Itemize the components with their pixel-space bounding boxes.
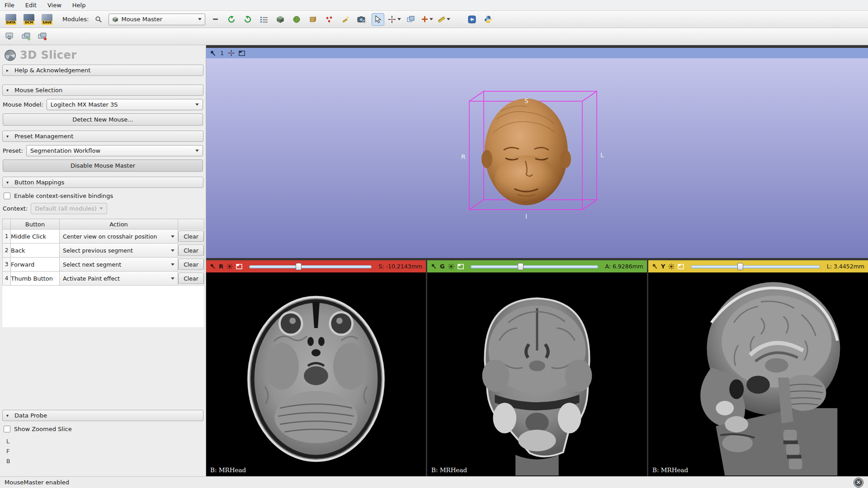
volume-rendering-button[interactable] <box>307 13 319 26</box>
section-mouse-selection[interactable]: ▾ Mouse Selection <box>2 84 203 96</box>
view-menu-icon[interactable] <box>236 264 242 269</box>
slider-handle[interactable] <box>737 263 743 270</box>
table-row: 2 Back Select previous segment Clear <box>3 244 204 258</box>
chevron-down-icon <box>171 263 175 266</box>
slice-view-row: R S: -10.2143mm <box>206 260 868 476</box>
module-search-button[interactable] <box>92 13 105 26</box>
save-button[interactable]: SAVE <box>40 12 54 27</box>
volumes-module-button[interactable] <box>290 13 303 26</box>
scene-view-capture-button[interactable] <box>20 30 33 43</box>
section-data-probe[interactable]: ▾ Data Probe <box>2 410 203 421</box>
section-label: Data Probe <box>14 412 47 419</box>
disable-mouse-master-button[interactable]: Disable Mouse Master <box>3 160 203 172</box>
green-slice-offset-slider[interactable] <box>471 263 599 270</box>
yellow-slice-offset-slider[interactable] <box>691 263 820 270</box>
yellow-slice-viewport[interactable]: B: MRHead <box>648 272 868 476</box>
show-zoomed-slice-checkbox[interactable] <box>4 426 10 432</box>
markups-module-button[interactable] <box>323 13 335 26</box>
clear-label: Clear <box>184 233 198 240</box>
slider-track <box>249 265 372 268</box>
detect-new-mouse-button[interactable]: Detect New Mouse... <box>3 113 203 126</box>
capture-toolbar <box>0 28 868 45</box>
pin-icon[interactable] <box>210 263 216 269</box>
slice-visibility-icon[interactable] <box>226 263 233 270</box>
viewer-area: 1 <box>206 45 868 476</box>
data-probe-layers: L F B <box>6 438 199 465</box>
row-action-select[interactable]: Select next segment <box>60 258 178 271</box>
row-action-select[interactable]: Select previous segment <box>60 244 178 257</box>
row-action-select[interactable]: Center view on crosshair position <box>60 230 178 243</box>
chevron-down-icon <box>99 207 103 210</box>
clear-button[interactable]: Clear <box>178 258 204 270</box>
menu-edit[interactable]: Edit <box>25 2 37 9</box>
section-preset-management[interactable]: ▾ Preset Management <box>2 131 203 142</box>
module-list-button[interactable] <box>258 13 270 26</box>
red-slice-offset-slider[interactable] <box>249 263 372 270</box>
row-button-name: Middle Click <box>11 230 60 244</box>
module-pin-button[interactable] <box>209 13 222 26</box>
clear-button[interactable]: Clear <box>178 272 204 284</box>
slice-visibility-icon[interactable] <box>448 263 454 270</box>
pin-icon[interactable] <box>652 263 658 269</box>
data-module-button[interactable] <box>274 13 287 26</box>
table-row: 3 Forward Select next segment Clear <box>3 258 204 272</box>
context-value: Default (all modules) <box>35 205 97 212</box>
menu-help[interactable]: Help <box>72 2 86 9</box>
module-selector[interactable]: Mouse Master <box>108 14 205 25</box>
threed-viewport[interactable]: S R L I <box>206 58 868 258</box>
row-action-select[interactable]: Activate Paint effect <box>60 272 178 285</box>
menu-view[interactable]: View <box>47 2 61 9</box>
collapse-down-icon: ▾ <box>6 413 11 418</box>
slider-handle[interactable] <box>518 263 524 270</box>
scene-views-restore-icon <box>38 33 47 41</box>
context-sensitive-checkbox[interactable] <box>4 192 10 199</box>
module-history-forward-button[interactable] <box>241 13 254 26</box>
place-point-button[interactable] <box>421 13 434 26</box>
annotate-module-button[interactable] <box>339 13 352 26</box>
cube-icon <box>276 15 284 23</box>
scene-view-restore-button[interactable] <box>36 30 49 43</box>
crosshair-icon[interactable] <box>228 50 235 56</box>
plus-icon <box>421 16 428 23</box>
dicom-button[interactable]: DCM <box>22 12 36 27</box>
section-help-acknowledgement[interactable]: ▸ Help & Acknowledgement <box>2 65 203 76</box>
slice-visibility-icon[interactable] <box>668 263 675 270</box>
pin-icon[interactable] <box>210 50 216 56</box>
clear-button[interactable]: Clear <box>178 244 204 256</box>
view-menu-icon[interactable] <box>458 264 464 269</box>
preset-select[interactable]: Segmentation Workflow <box>26 145 203 156</box>
search-icon <box>95 16 102 23</box>
load-data-button[interactable]: DATA <box>4 12 18 27</box>
slicer-logo <box>5 50 16 61</box>
clear-button[interactable]: Clear <box>178 230 204 242</box>
section-label: Help & Acknowledgement <box>14 67 90 74</box>
screenshot-button[interactable] <box>4 30 16 43</box>
camera-icon <box>357 15 366 23</box>
show-zoomed-slice-label: Show Zoomed Slice <box>14 426 72 432</box>
ruler-button[interactable] <box>437 13 450 26</box>
close-status-button[interactable]: ✕ <box>854 478 863 488</box>
collapse-right-icon: ▸ <box>6 68 11 73</box>
pin-icon[interactable] <box>431 263 437 269</box>
section-button-mappings[interactable]: ▾ Button Mappings <box>2 177 203 188</box>
table-header-clear <box>178 219 204 230</box>
python-console-button[interactable] <box>482 13 495 26</box>
dicom-caption: DCM <box>24 21 34 25</box>
windows-icon <box>407 16 415 23</box>
red-slice-viewport[interactable]: B: MRHead <box>206 272 426 476</box>
chevron-down-icon <box>195 103 199 106</box>
mouse-interaction-button[interactable] <box>372 13 384 26</box>
slice-intersections-button[interactable] <box>405 13 417 26</box>
orientation-label-superior: S <box>524 97 528 104</box>
green-slice-viewport[interactable]: B: MRHead <box>427 272 647 476</box>
menu-file[interactable]: File <box>5 2 14 9</box>
collapse-down-icon: ▾ <box>6 88 11 93</box>
extensions-manager-button[interactable] <box>466 13 478 26</box>
view-menu-icon[interactable] <box>678 264 684 269</box>
mouse-model-select[interactable]: Logitech MX Master 3S <box>47 99 203 110</box>
crosshair-button[interactable] <box>388 13 401 26</box>
module-history-back-button[interactable] <box>225 13 238 26</box>
slider-handle[interactable] <box>296 263 302 270</box>
screen-capture-button[interactable] <box>355 13 368 26</box>
view-menu-icon[interactable] <box>239 51 245 56</box>
